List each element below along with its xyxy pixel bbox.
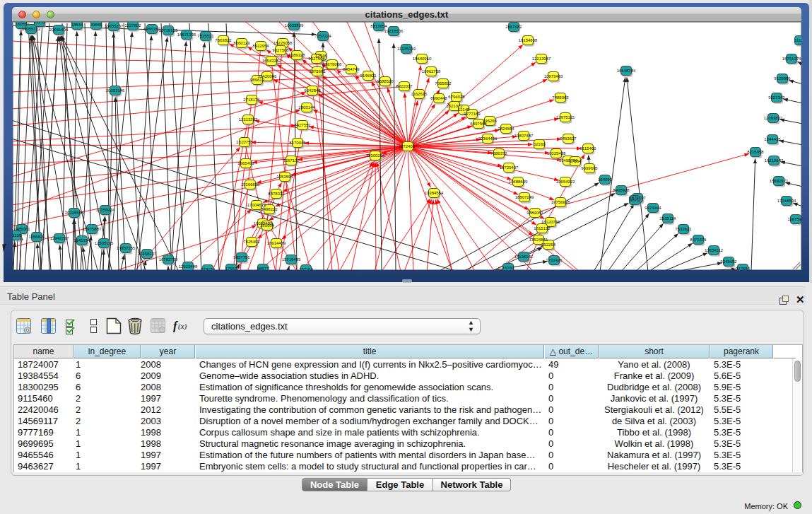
svg-text:10025438: 10025438 bbox=[547, 151, 566, 156]
svg-text:129234: 129234 bbox=[201, 267, 216, 270]
svg-text:19654923: 19654923 bbox=[556, 180, 575, 184]
svg-text:14136141: 14136141 bbox=[514, 255, 534, 259]
svg-text:1156829: 1156829 bbox=[29, 235, 46, 239]
svg-text:18640910: 18640910 bbox=[413, 57, 432, 61]
svg-text:1615132: 1615132 bbox=[534, 226, 551, 230]
svg-text:12213967: 12213967 bbox=[532, 57, 551, 61]
svg-text:8471676: 8471676 bbox=[690, 238, 707, 242]
svg-text:8660123: 8660123 bbox=[233, 41, 250, 45]
svg-text:8938928: 8938928 bbox=[613, 188, 630, 192]
svg-text:16154808: 16154808 bbox=[519, 38, 538, 42]
svg-text:8990448: 8990448 bbox=[430, 96, 447, 100]
svg-text:18300295: 18300295 bbox=[366, 153, 385, 158]
svg-text:20691406: 20691406 bbox=[49, 28, 69, 32]
svg-text:164095: 164095 bbox=[598, 177, 613, 182]
svg-text:17957255: 17957255 bbox=[117, 246, 136, 250]
svg-text:1167533: 1167533 bbox=[788, 217, 801, 221]
svg-text:16033809: 16033809 bbox=[285, 23, 304, 28]
svg-text:11325419: 11325419 bbox=[397, 47, 416, 51]
svg-text:18724007: 18724007 bbox=[399, 144, 418, 148]
svg-text:14055712: 14055712 bbox=[22, 27, 41, 31]
svg-text:8215958: 8215958 bbox=[747, 150, 764, 154]
svg-text:9699695: 9699695 bbox=[581, 166, 598, 170]
svg-text:15692971: 15692971 bbox=[770, 179, 789, 183]
svg-text:10973493: 10973493 bbox=[544, 74, 563, 78]
svg-text:7357224: 7357224 bbox=[314, 34, 331, 38]
svg-text:19384554: 19384554 bbox=[425, 191, 444, 195]
svg-text:16055: 16055 bbox=[16, 22, 28, 26]
svg-text:2687682: 2687682 bbox=[505, 25, 522, 29]
svg-text:1588520: 1588520 bbox=[377, 79, 394, 83]
svg-text:13524851: 13524851 bbox=[529, 238, 548, 242]
svg-text:9327506: 9327506 bbox=[272, 48, 289, 52]
svg-text:7986372: 7986372 bbox=[490, 151, 507, 156]
svg-text:16543382: 16543382 bbox=[262, 59, 281, 63]
svg-text:7955812: 7955812 bbox=[435, 81, 452, 86]
svg-text:1485061: 1485061 bbox=[13, 227, 30, 231]
svg-text:19166825: 19166825 bbox=[241, 182, 260, 187]
svg-text:9245652: 9245652 bbox=[720, 259, 737, 264]
svg-text:157164: 157164 bbox=[299, 267, 314, 270]
svg-text:12942737: 12942737 bbox=[50, 236, 69, 240]
svg-text:9857791: 9857791 bbox=[233, 255, 250, 259]
svg-text:1162615: 1162615 bbox=[411, 92, 428, 96]
svg-text:17564: 17564 bbox=[570, 159, 582, 163]
svg-text:924565: 924565 bbox=[736, 267, 751, 270]
svg-text:16648784: 16648784 bbox=[617, 69, 636, 73]
svg-text:20206535: 20206535 bbox=[65, 211, 84, 215]
svg-text:17016504: 17016504 bbox=[777, 199, 796, 203]
svg-text:10958107: 10958107 bbox=[138, 252, 157, 256]
svg-text:20053346: 20053346 bbox=[106, 88, 125, 93]
svg-text:12093822: 12093822 bbox=[764, 116, 783, 120]
svg-text:2935114: 2935114 bbox=[660, 216, 677, 221]
svg-text:17957: 17957 bbox=[225, 267, 237, 270]
svg-text:9463627: 9463627 bbox=[560, 136, 577, 141]
svg-text:8813054: 8813054 bbox=[370, 24, 387, 28]
svg-text:10807487: 10807487 bbox=[514, 134, 534, 138]
svg-text:10975887: 10975887 bbox=[83, 227, 102, 231]
svg-text:1733426: 1733426 bbox=[546, 258, 563, 262]
svg-text:989612: 989612 bbox=[250, 78, 265, 82]
svg-text:5498222: 5498222 bbox=[261, 207, 278, 211]
svg-text:9146821: 9146821 bbox=[360, 74, 377, 78]
svg-text:1527602: 1527602 bbox=[124, 23, 141, 28]
svg-text:8186328: 8186328 bbox=[288, 53, 305, 57]
svg-text:16671355: 16671355 bbox=[177, 33, 196, 37]
svg-text:29676068: 29676068 bbox=[323, 62, 342, 66]
svg-text:2718176: 2718176 bbox=[243, 98, 260, 102]
svg-text:3875685: 3875685 bbox=[309, 69, 326, 74]
svg-text:15716485: 15716485 bbox=[282, 257, 301, 262]
svg-text:252254: 252254 bbox=[541, 243, 556, 247]
svg-text:18807249: 18807249 bbox=[515, 195, 534, 199]
svg-text:20665: 20665 bbox=[90, 23, 102, 27]
svg-text:17359924: 17359924 bbox=[96, 208, 115, 212]
svg-text:9884067: 9884067 bbox=[526, 211, 543, 215]
svg-text:9327508: 9327508 bbox=[308, 57, 325, 61]
svg-text:8454749: 8454749 bbox=[343, 67, 360, 71]
svg-text:18226058: 18226058 bbox=[273, 41, 293, 45]
svg-text:7625402: 7625402 bbox=[243, 240, 260, 244]
svg-text:8878332: 8878332 bbox=[268, 192, 285, 196]
svg-text:1353594: 1353594 bbox=[276, 175, 293, 179]
svg-text:160994: 160994 bbox=[260, 223, 275, 228]
svg-text:6794028: 6794028 bbox=[448, 95, 465, 99]
svg-text:16120746: 16120746 bbox=[541, 220, 560, 224]
svg-text:(x): (x) bbox=[178, 322, 187, 331]
svg-text:19218506: 19218506 bbox=[384, 29, 404, 33]
svg-text:39159: 39159 bbox=[13, 233, 22, 238]
svg-text:10654112: 10654112 bbox=[705, 248, 724, 252]
svg-text:6871: 6871 bbox=[630, 198, 640, 202]
svg-text:9474444: 9474444 bbox=[645, 206, 661, 210]
svg-text:11129: 11129 bbox=[794, 38, 801, 42]
svg-text:1610755: 1610755 bbox=[236, 140, 253, 144]
svg-text:98577: 98577 bbox=[257, 267, 269, 270]
svg-text:15720407: 15720407 bbox=[500, 165, 519, 170]
svg-text:9242848: 9242848 bbox=[304, 88, 321, 93]
svg-text:1244415: 1244415 bbox=[764, 137, 781, 141]
svg-text:12975115: 12975115 bbox=[556, 115, 575, 119]
svg-text:7485063: 7485063 bbox=[552, 95, 569, 100]
svg-text:1965493: 1965493 bbox=[237, 161, 254, 165]
svg-text:16782759: 16782759 bbox=[159, 257, 178, 262]
svg-text:12505135: 12505135 bbox=[95, 241, 114, 245]
svg-text:8170045: 8170045 bbox=[289, 141, 306, 145]
